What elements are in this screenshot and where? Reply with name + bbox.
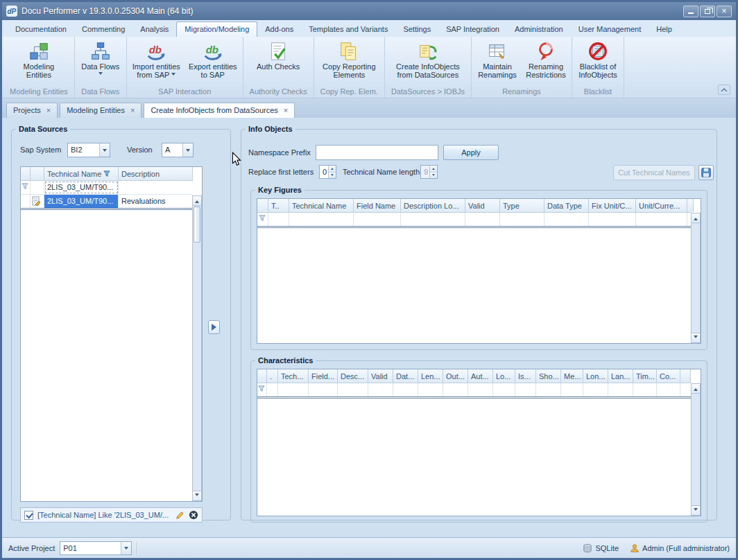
sap-system-combo[interactable]: BI2 (67, 143, 110, 157)
doc-tab-modeling-entities[interactable]: Modeling Entities × (60, 103, 141, 118)
scroll-down-button[interactable] (692, 333, 700, 342)
column-header[interactable]: Dat... (393, 369, 418, 383)
scroll-up-button[interactable] (193, 196, 201, 206)
key-figures-scrollbar[interactable] (691, 213, 701, 343)
column-header[interactable]: Field Name (354, 199, 401, 212)
data-flows-button[interactable]: Data Flows (77, 38, 124, 78)
column-header-technical-name[interactable]: Technical Name (44, 167, 119, 180)
column-header[interactable]: Me... (561, 369, 583, 383)
technical-name-cell[interactable]: 2LIS_03_UM/T90... (44, 195, 119, 208)
scroll-up-button[interactable] (692, 384, 700, 394)
column-header[interactable]: Valid (465, 199, 500, 212)
column-header[interactable]: Out... (443, 369, 468, 383)
modeling-entities-button[interactable]: ModelingEntities (15, 38, 62, 80)
replace-first-letters-spinner[interactable]: 0 (319, 165, 336, 179)
datasources-scrollbar[interactable] (192, 195, 202, 501)
characteristics-scrollbar[interactable] (691, 383, 701, 516)
menu-tab-templates-and-variants[interactable]: Templates and Variants (301, 22, 395, 37)
menu-tab-help[interactable]: Help (649, 22, 680, 37)
column-header[interactable]: Fix Unit/C... (589, 199, 636, 212)
column-header[interactable]: Lo... (493, 369, 515, 383)
column-header-description[interactable]: Description (119, 167, 193, 180)
column-header[interactable]: Description Lo... (401, 199, 465, 212)
column-header[interactable]: Type (500, 199, 544, 212)
column-header[interactable]: Tech... (278, 369, 309, 383)
column-header[interactable]: Lan... (608, 369, 633, 383)
menu-tab-sap-integration[interactable]: SAP Integration (438, 22, 507, 37)
column-header[interactable]: Field... (309, 369, 338, 383)
doc-tab-projects[interactable]: Projects × (6, 103, 58, 118)
save-button[interactable] (698, 165, 714, 180)
collapse-ribbon-button[interactable] (718, 85, 730, 95)
column-header[interactable]: Sho... (536, 369, 561, 383)
apply-button[interactable]: Apply (443, 145, 499, 160)
import-entities-from-sap-button[interactable]: db Import entitiesfrom SAP (129, 38, 184, 80)
column-header[interactable]: T.. (268, 199, 289, 212)
dropdown-arrow-icon[interactable] (182, 143, 193, 157)
tab-close-icon[interactable]: × (284, 107, 288, 114)
menu-tab-settings[interactable]: Settings (395, 22, 438, 37)
column-header[interactable]: Data Type (544, 199, 589, 212)
column-header[interactable]: Tim... (633, 369, 657, 383)
renaming-restrictions-button[interactable]: RenamingRestrictions (522, 38, 569, 80)
export-entities-to-sap-button[interactable]: db Export entitiesto SAP (185, 38, 241, 80)
menu-tab-administration[interactable]: Administration (507, 22, 571, 37)
description-cell[interactable]: Revaluations (119, 195, 193, 208)
menu-tab-commenting[interactable]: Commenting (74, 22, 132, 37)
description-filter-cell[interactable] (119, 181, 193, 194)
column-header[interactable]: Co... (657, 369, 680, 383)
scroll-down-button[interactable] (692, 505, 700, 515)
column-header[interactable]: Desc... (338, 369, 368, 383)
tab-close-icon[interactable]: × (130, 107, 135, 114)
clear-filter-icon[interactable] (189, 510, 198, 520)
spin-down-icon[interactable] (430, 173, 437, 179)
column-header[interactable]: . (267, 369, 278, 383)
column-header[interactable]: Technical Name (289, 199, 354, 212)
column-header[interactable]: Aut... (468, 369, 493, 383)
menu-tab-migration-modeling[interactable]: Migration/Modeling (176, 21, 257, 37)
restore-button[interactable] (700, 6, 715, 17)
ribbon-group-caption: Copy Rep. Elem. (316, 86, 382, 98)
cut-technical-names-button[interactable]: Cut Technical Names (613, 165, 695, 180)
menu-tab-documentation[interactable]: Documentation (8, 22, 74, 37)
doc-tab-create-infoobjects[interactable]: Create InfoObjects from DataSources × (144, 103, 295, 118)
column-header[interactable]: Unit/Curre... (636, 199, 687, 212)
column-header[interactable]: Lon... (583, 369, 608, 383)
scrollbar-thumb[interactable] (194, 207, 200, 243)
copy-reporting-elements-button[interactable]: Copy ReportingElements (319, 38, 379, 80)
version-combo[interactable]: A (162, 143, 194, 157)
technical-name-length-spinner[interactable]: 9 (420, 165, 438, 179)
edit-filter-pencil-icon[interactable] (175, 511, 184, 520)
ribbon: ModelingEntities Modeling Entities Data … (2, 37, 736, 98)
namespace-prefix-input[interactable] (316, 145, 438, 160)
menu-tab-user-management[interactable]: User Management (571, 22, 649, 37)
tab-close-icon[interactable]: × (46, 107, 51, 114)
technical-name-filter-cell[interactable]: 2LIS_03_UM/T90... (44, 181, 119, 194)
filter-funnel-icon[interactable] (103, 170, 110, 177)
scroll-up-icon (195, 198, 199, 203)
minimize-button[interactable] (683, 6, 698, 17)
filter-expression: [Technical Name] Like '2LIS_03_UM/... (37, 511, 171, 519)
column-header[interactable]: Len... (418, 369, 443, 383)
menu-tab-add-ons[interactable]: Add-ons (257, 22, 301, 37)
spin-up-icon[interactable] (430, 166, 437, 173)
close-button[interactable]: × (716, 6, 732, 17)
blacklist-of-infoobjects-button[interactable]: Blacklist ofInfoObjects (574, 38, 621, 80)
active-project-combo[interactable]: P01 (60, 541, 132, 555)
transfer-selection-button[interactable] (208, 320, 220, 334)
dropdown-arrow-icon[interactable] (99, 143, 110, 157)
create-infoobjects-button[interactable]: Create InfoObjectsfrom DataSources (393, 38, 463, 80)
minimize-icon (688, 12, 694, 14)
column-header[interactable]: Is... (515, 369, 536, 383)
spin-up-icon[interactable] (329, 166, 336, 173)
menu-tab-analysis[interactable]: Analysis (132, 22, 176, 37)
scroll-down-button[interactable] (193, 491, 201, 500)
maintain-renamings-button[interactable]: MaintainRenamings (474, 38, 521, 80)
filter-enabled-checkbox[interactable] (24, 511, 33, 520)
scroll-up-button[interactable] (692, 213, 700, 223)
dropdown-arrow-icon[interactable] (121, 542, 131, 554)
auth-checks-button[interactable]: Auth Checks (253, 38, 303, 71)
spin-down-icon[interactable] (329, 173, 336, 179)
column-header[interactable]: Valid (368, 369, 393, 383)
maintain-renamings-icon (487, 40, 508, 62)
